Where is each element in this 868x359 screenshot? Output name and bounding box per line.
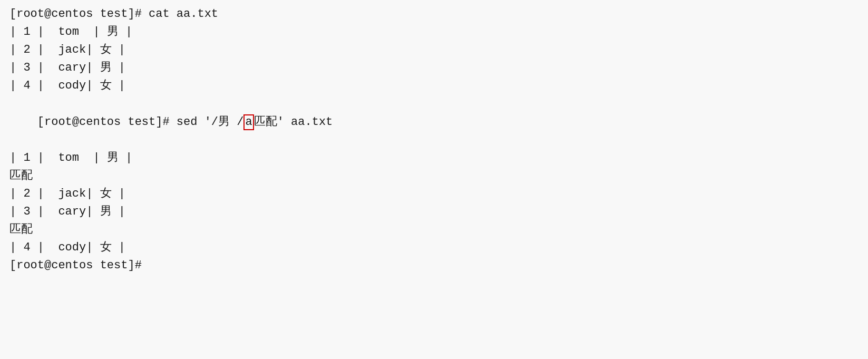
command-line-1: [root@centos test]# cat aa.txt — [9, 5, 859, 23]
output-line-5: | 1 | tom | 男 | — [9, 149, 859, 167]
command-line-2-pre: [root@centos test]# sed '/男 / — [37, 115, 244, 129]
cursor-char: a — [243, 114, 253, 130]
output-line-10: | 4 | cody| 女 | — [9, 239, 859, 257]
output-line-2: | 2 | jack| 女 | — [9, 41, 859, 59]
output-line-7: | 2 | jack| 女 | — [9, 185, 859, 203]
command-line-2-post: 匹配' aa.txt — [254, 115, 333, 129]
output-match-1: 匹配 — [9, 167, 859, 185]
output-line-8: | 3 | cary| 男 | — [9, 203, 859, 221]
output-line-4: | 4 | cody| 女 | — [9, 77, 859, 95]
terminal-window: [root@centos test]# cat aa.txt | 1 | tom… — [0, 0, 868, 359]
output-line-3: | 3 | cary| 男 | — [9, 59, 859, 77]
output-line-1: | 1 | tom | 男 | — [9, 23, 859, 41]
output-match-2: 匹配 — [9, 221, 859, 239]
command-line-2: [root@centos test]# sed '/男 /a匹配' aa.txt — [9, 95, 859, 149]
command-line-3: [root@centos test]# — [9, 257, 859, 275]
